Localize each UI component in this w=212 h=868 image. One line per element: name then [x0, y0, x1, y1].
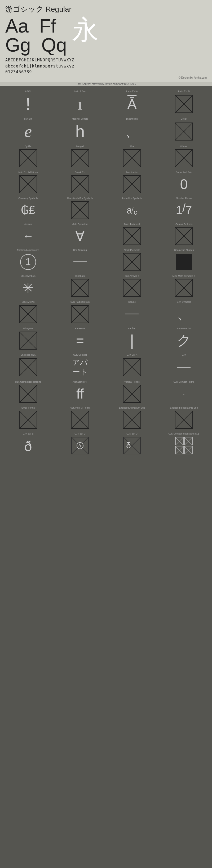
cell-content-24: 1 [3, 253, 53, 271]
cell-content-37: = [55, 331, 105, 350]
glyph-cell-51: Enclosed Ideographic Sup [158, 405, 209, 430]
cell-label-1: Latin 1 Sup [74, 90, 86, 93]
glyph-cell-13: Greek Ext [55, 170, 105, 195]
cell-content-47: · [159, 385, 209, 403]
cell-content-27 [159, 253, 209, 271]
glyph-cell-17: Diacriticals For Symbols [55, 196, 105, 221]
xbox-icon [19, 149, 37, 167]
xbox-icon [19, 358, 37, 376]
alphabet-section: ABCDEFGHIJKLMNOPQRSTUVWXYZ abcdefghijklm… [5, 57, 207, 75]
cell-content-26 [107, 253, 157, 271]
cell-label-19: Number Forms [176, 197, 192, 200]
glyph-cell-24: Enclosed Alphanums1 [3, 248, 54, 273]
cell-label-12: Latin Ext Additional [18, 171, 38, 174]
cell-content-29 [55, 279, 105, 297]
xbox-icon [19, 175, 37, 193]
glyph-cell-53: CJK Ext C ð [55, 431, 105, 457]
cell-content-38: | [107, 331, 157, 350]
header-section: 游ゴシック Regular Aa Ff Gg Qq 永 ABCDEFGHIJKL… [0, 0, 212, 82]
cell-content-18: a/c [107, 201, 157, 219]
glyph-cell-42: CJK Ext A [107, 352, 157, 379]
xbox-icon [123, 279, 141, 297]
glyph-cell-18: Letterlike Symbolsa/c [107, 196, 157, 221]
xbox-icon [123, 149, 141, 167]
cell-label-17: Diacriticals For Symbols [67, 197, 93, 200]
cell-content-17 [55, 201, 105, 219]
glyph-cell-2: Latin Ext AĀ [107, 89, 157, 115]
xbox-icon [175, 149, 193, 167]
dakuten-char: 、 [125, 122, 139, 141]
cell-content-45: ff [55, 385, 105, 403]
glyph-cell-34: Kangxi [107, 300, 157, 325]
cell-content-3 [159, 94, 209, 114]
arrow-char: ← [22, 229, 34, 243]
glyph-cell-31: Misc Math Symbols B [158, 274, 209, 299]
glyph-cell-11: Khmer [158, 144, 209, 169]
glyph-cell-52: CJK Ext Bð [3, 431, 54, 457]
source-line: Font Source: http://www.fontke.com/font/… [0, 82, 212, 86]
sample-cjk: 永 [72, 17, 99, 43]
glyph-grid: ASCII!Latin 1 SupıLatin Ext AĀLatin Ext … [3, 89, 209, 458]
complex-glyph-3 [175, 437, 193, 456]
cell-content-23 [159, 227, 209, 245]
xbox-icon [123, 411, 141, 429]
digits: 0123456789 [5, 69, 207, 75]
kana-char: ク [177, 331, 191, 350]
grid-container: ASCII!Latin 1 SupıLatin Ext AĀLatin Ext … [0, 86, 212, 460]
sample-latin: Aa Ff Gg Qq [5, 17, 67, 55]
glyph-cell-46: Vertical Forms [107, 379, 157, 404]
glyph-cell-30: Sup Arrows B [107, 274, 157, 299]
xbox-icon [71, 279, 89, 297]
glyph-cell-44: CJK Compat Ideographs [3, 379, 54, 404]
cell-content-35: 、 [159, 305, 209, 323]
cell-label-2: Latin Ext A [126, 90, 137, 93]
cell-content-6: 、 [107, 122, 157, 141]
italic-e-char: e [24, 122, 32, 141]
glyph-cell-55: CJK Compat Ideographs Sup [158, 431, 209, 457]
cell-label-54: CJK Ext D [126, 432, 137, 436]
glyph-cell-50: Enclosed Alphanum Sup [107, 405, 157, 430]
h-char: h [75, 122, 85, 141]
equal-sign: = [76, 333, 84, 348]
cell-label-6: Diacriticals [126, 118, 138, 121]
cell-content-11 [159, 149, 209, 167]
complex-glyph-1: ð [71, 437, 89, 456]
cell-label-48: Small Forms [22, 406, 35, 410]
box-drawing-line [73, 261, 87, 262]
xbox-icon [175, 123, 193, 141]
cell-label-51: Enclosed Ideographic Sup [170, 406, 198, 410]
cell-label-4: IPA Ext [24, 118, 32, 121]
cell-label-53: CJK Ext C [75, 432, 86, 436]
cell-content-49 [55, 411, 105, 429]
cell-content-13 [55, 175, 105, 193]
glyph-cell-45: Alphabetic PFff [55, 379, 105, 404]
encircled-one: 1 [20, 254, 36, 270]
cell-content-28: ✳ [3, 279, 53, 297]
glyph-cell-19: Number Forms1/7 [158, 196, 209, 221]
cell-content-22 [107, 227, 157, 245]
cell-label-11: Khmer [181, 145, 188, 148]
cell-label-50: Enclosed Alphanum Sup [119, 406, 145, 410]
glyph-cell-9: Bengali [55, 144, 105, 169]
cell-label-18: Letterlike Symbols [122, 197, 142, 200]
cell-content-34 [107, 305, 157, 323]
glyph-cell-7: Greek [158, 117, 209, 143]
glyph-cell-32: Misc Arrows [3, 300, 54, 325]
xbox-icon [123, 358, 141, 376]
cell-label-55: CJK Compat Ideographs Sup [168, 432, 199, 436]
cell-label-36: Hiragana [23, 327, 33, 330]
cell-content-5: h [55, 122, 105, 141]
letterlike-symbol: a/c [127, 204, 137, 216]
cell-content-33 [55, 305, 105, 323]
cell-label-46: Vertical Forms [124, 380, 140, 384]
glyph-cell-28: Misc Symbols✳ [3, 274, 54, 299]
glyph-cell-49: Half And Full Forms [55, 405, 105, 430]
cell-label-29: Dingbats [75, 275, 85, 278]
cell-content-41: アパート [55, 358, 105, 377]
glyph-cell-33: CJK Radicals Sup [55, 300, 105, 325]
delta-char: ð [24, 438, 32, 454]
cell-content-48 [3, 411, 53, 429]
black-square [176, 254, 192, 270]
cell-label-15: Super And Sub [176, 171, 192, 174]
cell-content-1: ı [55, 94, 105, 114]
